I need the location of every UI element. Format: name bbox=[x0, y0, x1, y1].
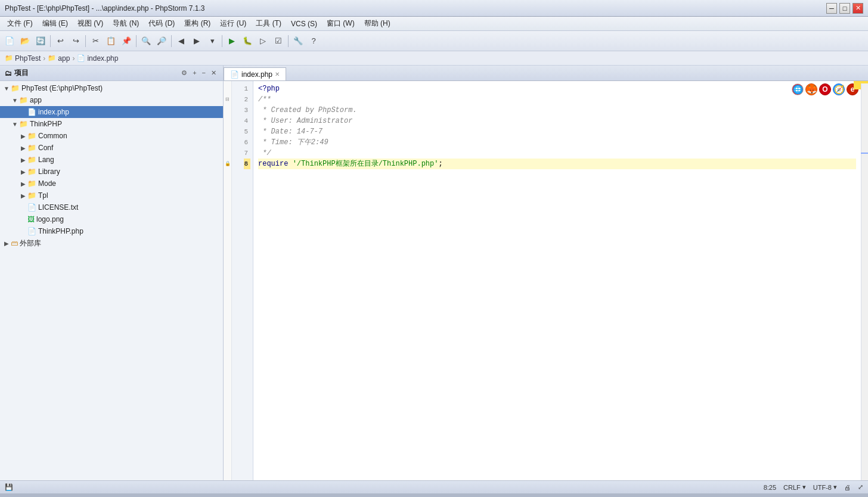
toolbar-sep3 bbox=[136, 35, 137, 47]
breadcrumb-bar: 📁 PhpTest › 📁 app › 📄 index.php bbox=[0, 51, 868, 66]
menu-help[interactable]: 帮助 (H) bbox=[359, 17, 395, 30]
tree-item-common[interactable]: ▶ 📁 Common bbox=[0, 130, 223, 142]
menu-file[interactable]: 文件 (F) bbox=[2, 17, 38, 30]
toolbar-open[interactable]: 📂 bbox=[18, 34, 32, 48]
lib-icon-external: 🗃 bbox=[11, 239, 18, 247]
code-content[interactable]: <?php /** * Created by PhpStorm. * User:… bbox=[253, 81, 861, 480]
code-tag: <?php bbox=[258, 83, 280, 94]
tree-item-library[interactable]: ▶ 📁 Library bbox=[0, 166, 223, 178]
fold-btn-2[interactable]: ⊟ bbox=[224, 94, 231, 105]
tab-indexphp[interactable]: 📄 index.php ✕ bbox=[224, 67, 286, 80]
tree-toggle-app[interactable]: ▼ bbox=[11, 97, 19, 104]
fold-btn-1[interactable] bbox=[224, 83, 231, 94]
menu-refactor[interactable]: 重构 (R) bbox=[179, 17, 215, 30]
menu-edit[interactable]: 编辑 (E) bbox=[38, 17, 73, 30]
toolbar-tools2[interactable]: 🔧 bbox=[291, 34, 305, 48]
tree-item-logopng[interactable]: 🖼 logo.png bbox=[0, 213, 223, 225]
fold-btn-8[interactable]: 🔒 bbox=[224, 159, 231, 169]
toolbar-back[interactable]: ◀ bbox=[174, 34, 188, 48]
status-right: 8:25 CRLF ▾ UTF-8 ▾ 🖨 ⤢ bbox=[764, 483, 863, 491]
fold-btn-6[interactable] bbox=[224, 137, 231, 148]
tree-item-licensetxt[interactable]: 📄 LICENSE.txt bbox=[0, 201, 223, 213]
tree-toggle-phptest[interactable]: ▼ bbox=[2, 85, 11, 92]
panel-header: 🗂 项目 ⚙ + − ✕ bbox=[0, 66, 223, 81]
toolbar-copy[interactable]: 📋 bbox=[104, 34, 118, 48]
code-editor[interactable]: 🌐 🦊 O 🧭 e ⊟ 🔒 1 bbox=[224, 81, 868, 480]
panel-action-collapse[interactable]: − bbox=[200, 69, 207, 77]
maximize-button[interactable]: □ bbox=[839, 3, 850, 14]
tree-item-thinkphpphp[interactable]: 📄 ThinkPHP.php bbox=[0, 225, 223, 237]
toolbar-cut[interactable]: ✂ bbox=[88, 34, 103, 48]
menu-vcs[interactable]: VCS (S) bbox=[286, 18, 322, 29]
toolbar-replace[interactable]: 🔎 bbox=[154, 34, 169, 48]
menu-tools[interactable]: 工具 (T) bbox=[251, 17, 286, 30]
close-button[interactable]: ✕ bbox=[852, 3, 863, 14]
panel-action-close[interactable]: ✕ bbox=[209, 69, 218, 77]
toolbar-help[interactable]: ? bbox=[306, 34, 321, 48]
code-comment-open: /** bbox=[258, 94, 271, 105]
tree-item-mode[interactable]: ▶ 📁 Mode bbox=[0, 178, 223, 190]
php-icon-indexphp: 📄 bbox=[27, 108, 36, 116]
tab-close-indexphp[interactable]: ✕ bbox=[275, 71, 280, 77]
toolbar-debug[interactable]: 🐛 bbox=[240, 34, 255, 48]
code-line-4: * User: Administrator bbox=[258, 116, 856, 126]
toolbar-run2[interactable]: ▷ bbox=[256, 34, 270, 48]
panel-action-expand[interactable]: + bbox=[191, 69, 198, 77]
fold-btn-7[interactable] bbox=[224, 148, 231, 159]
toolbar-forward[interactable]: ▶ bbox=[190, 34, 204, 48]
tree-toggle-tpl[interactable]: ▶ bbox=[19, 192, 27, 199]
status-line-ending[interactable]: CRLF ▾ bbox=[783, 483, 806, 491]
tree-item-lang[interactable]: ▶ 📁 Lang bbox=[0, 154, 223, 166]
tree-label-logopng: logo.png bbox=[36, 215, 64, 223]
toolbar-run[interactable]: ▶ bbox=[225, 34, 239, 48]
panel-action-settings[interactable]: ⚙ bbox=[179, 69, 189, 77]
menu-code[interactable]: 代码 (D) bbox=[144, 17, 179, 30]
breadcrumb-app[interactable]: 📁 app bbox=[48, 54, 70, 63]
status-print[interactable]: 🖨 bbox=[844, 484, 851, 491]
toolbar-dropdown[interactable]: ▾ bbox=[205, 34, 219, 48]
tree-item-external[interactable]: ▶ 🗃 外部库 bbox=[0, 237, 223, 249]
folder-icon-phptest: 📁 bbox=[5, 54, 13, 62]
tree-toggle-common[interactable]: ▶ bbox=[19, 133, 27, 139]
toolbar-sep5 bbox=[222, 35, 222, 47]
folder-icon-common: 📁 bbox=[27, 132, 36, 140]
toolbar-redo[interactable]: ↪ bbox=[69, 34, 83, 48]
minimize-button[interactable]: ─ bbox=[826, 3, 837, 14]
toolbar-undo[interactable]: ↩ bbox=[53, 34, 67, 48]
tree-toggle-mode[interactable]: ▶ bbox=[19, 181, 27, 187]
fold-btn-4[interactable] bbox=[224, 116, 231, 126]
menu-run[interactable]: 运行 (U) bbox=[215, 17, 251, 30]
code-line-2: /** bbox=[258, 94, 856, 105]
tree-toggle-conf[interactable]: ▶ bbox=[19, 145, 27, 151]
tree-toggle-lang[interactable]: ▶ bbox=[19, 157, 27, 163]
code-line-1: <?php bbox=[258, 83, 856, 94]
fold-btn-3[interactable] bbox=[224, 105, 231, 116]
menu-window[interactable]: 窗口 (W) bbox=[322, 17, 359, 30]
menu-navigate[interactable]: 导航 (N) bbox=[108, 17, 144, 30]
tree-item-thinkphp[interactable]: ▼ 📁 ThinkPHP bbox=[0, 118, 223, 130]
toolbar-coverage[interactable]: ☑ bbox=[271, 34, 286, 48]
tree-toggle-thinkphp[interactable]: ▼ bbox=[11, 121, 19, 128]
toolbar-sync[interactable]: 🔄 bbox=[33, 34, 48, 48]
right-scroll-indicator[interactable] bbox=[861, 81, 868, 480]
tree-item-app[interactable]: ▼ 📁 app bbox=[0, 94, 223, 106]
gutter-area: ⊟ 🔒 1 2 3 4 5 6 7 8 bbox=[224, 81, 253, 480]
fold-btn-5[interactable] bbox=[224, 126, 231, 137]
line-ending-dropdown: ▾ bbox=[802, 483, 806, 491]
toolbar-new[interactable]: 📄 bbox=[2, 34, 17, 48]
tree-toggle-external[interactable]: ▶ bbox=[2, 240, 11, 247]
toolbar-paste[interactable]: 📌 bbox=[119, 34, 134, 48]
toolbar-find[interactable]: 🔍 bbox=[139, 34, 153, 48]
tree-item-indexphp[interactable]: 📄 index.php bbox=[0, 106, 223, 118]
status-position: 8:25 bbox=[764, 484, 776, 491]
tree-toggle-library[interactable]: ▶ bbox=[19, 169, 27, 175]
tree-item-tpl[interactable]: ▶ 📁 Tpl bbox=[0, 190, 223, 201]
status-encoding[interactable]: UTF-8 ▾ bbox=[813, 483, 837, 491]
breadcrumb-phptest[interactable]: 📁 PhpTest bbox=[5, 54, 41, 63]
tree-item-conf[interactable]: ▶ 📁 Conf bbox=[0, 142, 223, 154]
folder-icon-conf: 📁 bbox=[27, 144, 36, 152]
tree-item-phptest[interactable]: ▼ 📁 PhpTest (E:\php\PhpTest) bbox=[0, 82, 223, 94]
status-expand[interactable]: ⤢ bbox=[858, 483, 863, 491]
menu-view[interactable]: 视图 (V) bbox=[73, 17, 108, 30]
breadcrumb-indexphp[interactable]: 📄 index.php bbox=[77, 54, 118, 63]
